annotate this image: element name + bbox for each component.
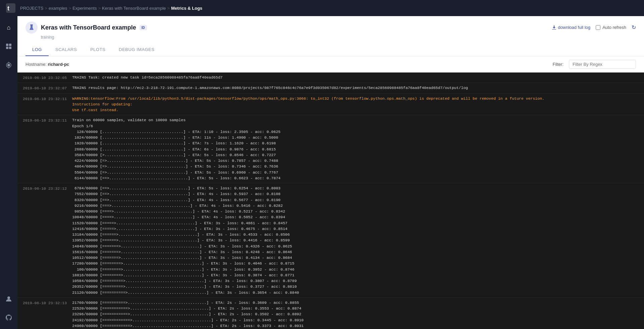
log-message: 6784/60000 [==>.........................… bbox=[72, 185, 644, 295]
log-row: 2019-06-10 23:32:12 6784/60000 [==>.....… bbox=[17, 183, 644, 298]
log-timestamp: 2019-06-10 23:32:11 bbox=[17, 96, 72, 113]
log-row: 2019-06-10 23:32:05 TRAINS Task: created… bbox=[17, 73, 644, 83]
log-toolbar: Hostname: richard-pc Filter: bbox=[17, 56, 644, 73]
experiment-subtitle: training bbox=[41, 35, 147, 40]
app-logo[interactable]: t bbox=[5, 3, 16, 13]
svg-rect-2 bbox=[6, 44, 8, 46]
log-timestamp: 2019-06-10 23:32:07 bbox=[17, 85, 72, 91]
svg-rect-3 bbox=[9, 44, 11, 46]
filter-regex-input[interactable] bbox=[569, 60, 636, 69]
log-message: 21760/60000 [==========>................… bbox=[72, 300, 644, 329]
log-message: Train on 60000 samples, validate on 1000… bbox=[72, 117, 644, 181]
log-row: 2019-06-10 23:32:07 TRAINS results page:… bbox=[17, 83, 644, 93]
top-navigation-bar: t PROJECTS > examples > Experiments > Ke… bbox=[0, 0, 644, 16]
log-message: TRAINS results page: http://ec2-3-218-72… bbox=[72, 85, 644, 91]
svg-point-10 bbox=[7, 296, 10, 299]
experiment-title: Keras with TensorBoard example bbox=[41, 24, 136, 31]
log-row: 2019-06-10 23:32:13 21760/60000 [=======… bbox=[17, 298, 644, 329]
log-timestamp: 2019-06-10 23:32:12 bbox=[17, 185, 72, 295]
svg-text:t: t bbox=[7, 5, 9, 12]
svg-point-6 bbox=[7, 64, 10, 66]
experiments-icon[interactable] bbox=[3, 59, 15, 71]
sidebar: ⌂ bbox=[0, 16, 17, 329]
id-badge[interactable]: ID bbox=[140, 25, 147, 30]
refresh-icon[interactable]: ↻ bbox=[632, 24, 636, 31]
hostname-info: Hostname: richard-pc bbox=[25, 62, 69, 67]
log-row: 2019-06-10 23:32:11 Train on 60000 sampl… bbox=[17, 115, 644, 183]
auto-refresh-checkbox-label[interactable]: Auto refresh bbox=[596, 25, 626, 30]
hostname-value: richard-pc bbox=[48, 62, 69, 67]
experiment-icon bbox=[25, 21, 38, 34]
auto-refresh-checkbox[interactable] bbox=[596, 25, 600, 30]
log-timestamp: 2019-06-10 23:32:13 bbox=[17, 300, 72, 329]
log-message: TRAINS Task: created new task id=5eca285… bbox=[72, 75, 644, 81]
log-timestamp: 2019-06-10 23:32:05 bbox=[17, 75, 72, 81]
tab-bar: LOG SCALARS PLOTS DEBUG IMAGES bbox=[25, 44, 636, 56]
tab-plots[interactable]: PLOTS bbox=[84, 44, 112, 56]
tab-scalars[interactable]: SCALARS bbox=[49, 44, 84, 56]
filter-label: Filter: bbox=[553, 62, 564, 67]
main-content: Keras with TensorBoard example ID traini… bbox=[17, 16, 644, 329]
dashboard-icon[interactable] bbox=[3, 40, 15, 52]
svg-rect-4 bbox=[6, 47, 8, 49]
svg-rect-5 bbox=[9, 47, 11, 49]
log-output: 2019-06-10 23:32:05 TRAINS Task: created… bbox=[17, 73, 644, 329]
user-icon[interactable] bbox=[3, 293, 15, 305]
home-icon[interactable]: ⌂ bbox=[3, 21, 15, 34]
svg-rect-11 bbox=[30, 25, 33, 25]
page-header: Keras with TensorBoard example ID traini… bbox=[17, 16, 644, 56]
log-message-warning: WARNING:tensorflow:From /usr/local/lib/p… bbox=[72, 96, 644, 113]
breadcrumb: PROJECTS > examples > Experiments > Kera… bbox=[20, 6, 202, 11]
log-row: 2019-06-10 23:32:11 WARNING:tensorflow:F… bbox=[17, 94, 644, 115]
tab-log[interactable]: LOG bbox=[25, 44, 49, 56]
github-icon[interactable] bbox=[3, 312, 15, 324]
download-full-log-link[interactable]: download full log bbox=[552, 25, 590, 30]
tab-debug-images[interactable]: DEBUG IMAGES bbox=[112, 44, 161, 56]
log-timestamp: 2019-06-10 23:32:11 bbox=[17, 117, 72, 181]
